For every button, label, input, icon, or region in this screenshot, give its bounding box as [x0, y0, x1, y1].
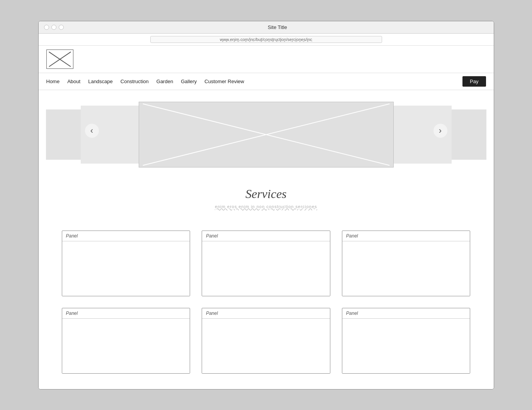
panel-label-2: Panel [202, 231, 330, 241]
panel-label-5: Panel [202, 308, 330, 319]
carousel-prev-button[interactable]: ‹ [85, 124, 99, 138]
address-input[interactable] [150, 36, 382, 43]
browser-title: Site Title [67, 24, 488, 30]
minimize-button[interactable] [51, 25, 56, 30]
panel-body-5 [202, 319, 330, 373]
logo-bar [39, 46, 494, 73]
carousel-next-button[interactable]: › [433, 124, 447, 138]
panel-card-1: Panel [62, 231, 190, 296]
nav-item-home[interactable]: Home [46, 79, 60, 84]
panel-card-3: Panel [342, 231, 471, 296]
close-button[interactable] [44, 25, 49, 30]
browser-window: Site Title Home About Landscape Construc… [38, 21, 494, 390]
panel-card-4: Panel [62, 308, 190, 374]
carousel-main-image [139, 102, 394, 167]
nav-item-construction[interactable]: Construction [121, 79, 149, 84]
main-content: ‹ › Services enim eros enim in non const… [39, 90, 494, 389]
panel-card-6: Panel [342, 308, 471, 374]
address-bar [39, 34, 494, 46]
panel-body-3 [342, 241, 470, 296]
nav-item-landscape[interactable]: Landscape [88, 79, 113, 84]
services-subtitle: enim eros enim in non construction serci… [62, 204, 471, 209]
carousel-right-far [452, 109, 486, 160]
nav-item-garden[interactable]: Garden [156, 79, 173, 84]
panel-label-6: Panel [342, 308, 470, 319]
panel-body-4 [62, 319, 190, 373]
nav-item-customer-review[interactable]: Customer Review [204, 79, 244, 84]
nav-item-gallery[interactable]: Gallery [181, 79, 197, 84]
panel-body-6 [342, 319, 470, 373]
site-logo[interactable] [46, 50, 73, 69]
maximize-button[interactable] [59, 25, 64, 30]
carousel-left-far [46, 109, 81, 160]
carousel-section: ‹ › [39, 90, 494, 171]
title-bar: Site Title [39, 21, 494, 34]
nav-item-about[interactable]: About [67, 79, 80, 84]
nav-bar: Home About Landscape Construction Garden… [39, 73, 494, 90]
services-title: Services [62, 187, 471, 201]
pay-button[interactable]: Pay [462, 76, 486, 87]
panel-card-5: Panel [202, 308, 330, 374]
panel-card-2: Panel [202, 231, 330, 296]
panel-label-4: Panel [62, 308, 190, 319]
panel-body-1 [62, 241, 190, 296]
panel-label-3: Panel [342, 231, 470, 241]
traffic-lights [44, 25, 64, 30]
panels-grid-row2: Panel Panel Panel [39, 308, 494, 374]
panel-label-1: Panel [62, 231, 190, 241]
panels-grid-row1: Panel Panel Panel [39, 231, 494, 296]
panel-body-2 [202, 241, 330, 296]
services-section: Services enim eros enim in non construct… [39, 171, 494, 231]
